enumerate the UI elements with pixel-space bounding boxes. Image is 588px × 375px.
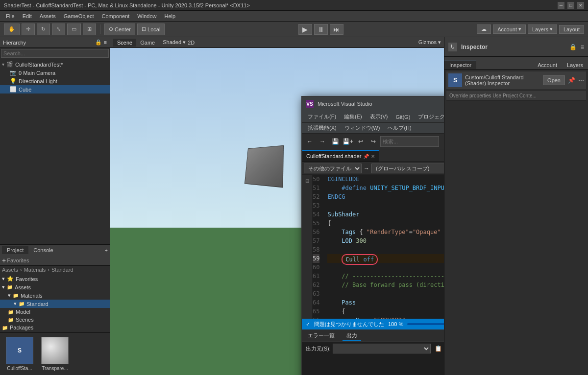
tree-assets[interactable]: ▾ 📁 Assets [0,283,110,291]
asset-thumb-transparent[interactable]: Transpare... [39,337,71,371]
vs-menu-help[interactable]: ヘルプ(H) [384,123,415,133]
add-tab-button[interactable]: + [105,247,108,253]
hierarchy-actions: 🔒 ≡ [95,39,107,46]
asset-thumb-cull[interactable]: S CulloffSta... [4,337,35,371]
menu-component[interactable]: Component [98,12,133,20]
hierarchy-item-cube[interactable]: ⬜ Cube [0,85,110,94]
cloud-button[interactable]: ☁ [477,24,491,34]
tab-inspector-main[interactable]: Inspector [444,61,476,69]
vs-file-tab-pin-icon[interactable]: 📌 [363,154,369,159]
step-button[interactable]: ⏭ [330,24,343,35]
minimize-button[interactable]: ─ [558,2,564,9]
code-line-64: Pass [327,298,444,307]
hierarchy-header: Hierarchy 🔒 ≡ [0,37,110,48]
hierarchy-menu-icon[interactable]: ≡ [104,39,107,46]
menu-window[interactable]: Window [133,12,160,20]
vs-scope-right-dropdown[interactable]: (グローバル スコープ) [371,164,444,173]
tab-game[interactable]: Game [136,39,159,47]
vs-menu-window[interactable]: ウィンドウ(W) [341,123,384,133]
rotate-tool-button[interactable]: ↻ [37,23,50,35]
tab-console[interactable]: Console [28,246,58,254]
menu-edit[interactable]: Edit [19,12,36,20]
close-button[interactable]: ✕ [577,2,584,9]
vs-code-area[interactable]: 50515253 54555657 585960 61626364 656667… [313,175,444,319]
output-source-select[interactable] [333,344,431,353]
add-asset-button[interactable]: + [2,257,6,264]
inspector-menu-icon[interactable]: ≡ [581,44,584,50]
rect-tool-button[interactable]: ▭ [67,23,81,35]
vs-save-all-button[interactable]: 💾+ [342,136,354,147]
vs-menu-view[interactable]: 表示(V) [366,112,392,121]
vs-save-button[interactable]: 💾 [329,136,341,147]
shader-title: Custom/Culloff Standard (Shader) Inspect… [465,74,540,86]
tree-favorites[interactable]: ▾ ⭐ Favorites [0,275,110,283]
tree-packages[interactable]: 📁 Packages [0,324,110,331]
shading-dropdown[interactable]: Shaded ▾ [163,39,186,46]
vs-menu-project[interactable]: プロジェクト(P) [414,112,444,121]
hierarchy-search-input[interactable] [1,49,109,58]
tree-model[interactable]: 📁 Model [0,308,110,316]
layers-button[interactable]: Layers ▾ [528,24,557,34]
local-button[interactable]: ⊡ Local [137,23,165,35]
menu-help[interactable]: Help [160,12,179,20]
vs-search-input[interactable] [380,136,439,147]
hierarchy-scene-root[interactable]: ▾ 🎬 CullofStandardTest* [0,60,110,69]
tree-standard[interactable]: ▾ 📁 Standard [0,300,110,308]
transparent-label: Transpare... [42,366,68,371]
code-line-66: Name "FORWARD" [327,316,444,319]
transform-tool-button[interactable]: ⊞ [83,23,96,35]
vs-line-numbers: 50515253 54555657 585960 61626364 656667… [313,175,323,319]
account-button[interactable]: Account ▾ [493,24,526,34]
output-copy-button[interactable]: 📋 [433,343,444,354]
maximize-button[interactable]: □ [567,2,574,9]
vs-menu-extensions[interactable]: 拡張機能(X) [304,123,341,133]
path-materials[interactable]: Materials [24,267,46,273]
layout-button[interactable]: Layout [559,25,584,34]
inspector-lock-icon[interactable]: 🔒 [569,44,577,50]
inspector-pin-icon[interactable]: 📌 [568,77,575,84]
tab-account[interactable]: Account [533,61,562,69]
vs-file-tab-active[interactable]: CulloffStandard.shader 📌 ✕ [302,150,379,162]
vs-undo-button[interactable]: ↩ [355,136,367,147]
vs-toolbar: ← → 💾 💾+ ↩ ↪ ▶ アタッチ... 📎 [302,134,444,149]
tree-scenes[interactable]: 📁 Scenes [0,316,110,324]
menu-file[interactable]: File [2,12,19,20]
tab-layers[interactable]: Layers [562,61,588,69]
shader-open-button[interactable]: Open [543,75,565,85]
gizmos-button[interactable]: Gizmos ▾ [418,39,441,46]
hand-tool-button[interactable]: ✋ [4,23,20,35]
vs-back-button[interactable]: ← [304,136,316,147]
project-toolbar: + Favorites [0,255,110,266]
tab-project[interactable]: Project [2,246,28,254]
vs-file-tab-close-icon[interactable]: ✕ [371,154,375,159]
vs-scope-left-dropdown[interactable]: その他のファイル [304,164,362,173]
vs-forward-button[interactable]: → [317,136,328,147]
vs-status-bar: ✓ 問題は見つかりませんでした 100 % 行: 59 文字: 17 SPC L… [302,319,444,329]
play-button[interactable]: ▶ [298,24,312,35]
vs-redo-button[interactable]: ↪ [368,136,379,147]
tab-error-list[interactable]: エラー一覧 [304,331,339,340]
scale-tool-button[interactable]: ⤡ [52,23,65,35]
vs-menu-edit[interactable]: 編集(E) [340,112,366,121]
cube-icon: ⬜ [10,86,17,93]
vs-menu-file[interactable]: ファイル(F) [304,112,340,121]
move-tool-button[interactable]: ✛ [22,23,35,35]
hierarchy-item-light[interactable]: 💡 Directional Light [0,77,110,85]
path-standard[interactable]: Standard [51,267,74,273]
tab-output[interactable]: 出力 [343,331,361,341]
menu-assets[interactable]: Assets [36,12,60,20]
code-line-58 [327,245,444,254]
center-button[interactable]: ⊙ Center [104,23,135,35]
hierarchy-item-camera[interactable]: 📷 0 Main Camera [0,69,110,77]
2d-button[interactable]: 2D [188,40,195,46]
path-assets[interactable]: Assets [2,267,18,273]
tab-scene[interactable]: Scene [113,39,136,47]
tree-materials[interactable]: ▾ 📁 Materials [0,291,110,300]
inspector-menu2-icon[interactable]: ⋯ [578,77,584,84]
pause-button[interactable]: ⏸ [314,24,328,35]
vs-output-tabs: エラー一覧 出力 ⊟ ⧉ ✕ [302,330,444,342]
vs-output-content [302,355,444,375]
menu-gameobject[interactable]: GameObject [60,12,98,20]
light-label: Directional Light [19,78,57,84]
vs-menu-git[interactable]: Git(G) [392,113,414,121]
